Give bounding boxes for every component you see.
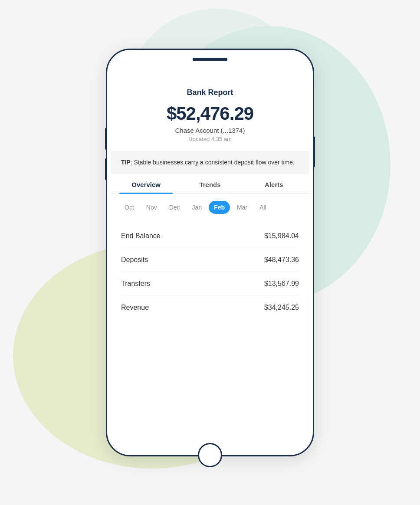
tip-box: TIP: Stable businesses carry a consisten… (111, 151, 309, 174)
month-feb[interactable]: Feb (209, 201, 230, 214)
screen-header: Bank Report $52,476.29 Chase Account (..… (111, 76, 309, 151)
month-dec[interactable]: Dec (164, 201, 185, 214)
row-value-revenue: $34,245.25 (264, 304, 299, 312)
tab-overview[interactable]: Overview (114, 174, 178, 193)
report-title: Bank Report (121, 88, 299, 97)
phone-button-volume-up (105, 128, 107, 150)
tip-content: : Stable businesses carry a consistent d… (131, 159, 295, 166)
phone-wrapper: Bank Report $52,476.29 Chase Account (..… (106, 49, 314, 456)
table-row: Transfers $13,567.99 (121, 272, 299, 296)
tip-label: TIP (121, 159, 131, 166)
row-value-end-balance: $15,984.04 (264, 232, 299, 240)
phone-speaker (193, 58, 227, 61)
table-row: End Balance $15,984.04 (121, 224, 299, 248)
month-filter: Oct Nov Dec Jan Feb Mar All (111, 194, 309, 221)
phone-frame: Bank Report $52,476.29 Chase Account (..… (106, 49, 314, 456)
row-label-deposits: Deposits (121, 256, 148, 264)
account-name: Chase Account (...1374) (121, 127, 299, 134)
row-label-transfers: Transfers (121, 280, 150, 288)
phone-button-volume-down (105, 158, 107, 180)
row-value-transfers: $13,567.99 (264, 280, 299, 288)
phone-home-button[interactable] (198, 443, 222, 467)
month-jan[interactable]: Jan (187, 201, 207, 214)
row-value-deposits: $48,473.36 (264, 256, 299, 264)
row-label-revenue: Revenue (121, 304, 149, 312)
table-row: Deposits $48,473.36 (121, 248, 299, 272)
month-nov[interactable]: Nov (141, 201, 162, 214)
month-mar[interactable]: Mar (232, 201, 253, 214)
data-section: End Balance $15,984.04 Deposits $48,473.… (111, 221, 309, 425)
phone-button-power (313, 137, 315, 167)
month-all[interactable]: All (254, 201, 272, 214)
month-oct[interactable]: Oct (119, 201, 139, 214)
balance-amount: $52,476.29 (121, 103, 299, 124)
table-row: Revenue $34,245.25 (121, 296, 299, 319)
phone-screen: Bank Report $52,476.29 Chase Account (..… (111, 76, 309, 425)
tab-alerts[interactable]: Alerts (242, 174, 306, 193)
tip-text: TIP: Stable businesses carry a consisten… (121, 158, 299, 167)
tab-trends[interactable]: Trends (178, 174, 242, 193)
updated-time: Updated 4:35 am (121, 136, 299, 142)
tabs-row: Overview Trends Alerts (111, 174, 309, 194)
row-label-end-balance: End Balance (121, 232, 161, 240)
